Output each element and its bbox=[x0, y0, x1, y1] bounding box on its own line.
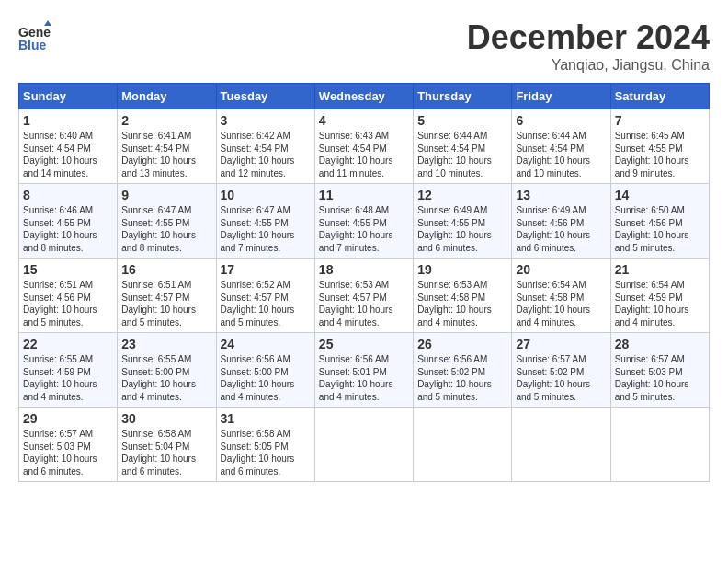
day-info: Sunrise: 6:46 AMSunset: 4:55 PMDaylight:… bbox=[23, 205, 97, 253]
header-friday: Friday bbox=[512, 84, 610, 109]
day-number: 30 bbox=[121, 411, 211, 426]
header-thursday: Thursday bbox=[414, 84, 512, 109]
day-number: 11 bbox=[319, 188, 409, 202]
day-number: 23 bbox=[121, 337, 211, 351]
day-cell-1: 1Sunrise: 6:40 AMSunset: 4:54 PMDaylight… bbox=[19, 109, 118, 184]
day-number: 12 bbox=[417, 188, 507, 202]
day-number: 27 bbox=[516, 337, 606, 351]
day-cell-25: 25Sunrise: 6:56 AMSunset: 5:01 PMDayligh… bbox=[314, 333, 413, 408]
day-number: 18 bbox=[319, 262, 409, 277]
day-cell-17: 17Sunrise: 6:52 AMSunset: 4:57 PMDayligh… bbox=[216, 259, 314, 333]
day-number: 28 bbox=[615, 337, 705, 351]
day-number: 1 bbox=[23, 113, 113, 128]
day-number: 3 bbox=[221, 113, 311, 128]
day-info: Sunrise: 6:51 AMSunset: 4:56 PMDaylight:… bbox=[23, 280, 97, 327]
day-info: Sunrise: 6:54 AMSunset: 4:58 PMDaylight:… bbox=[516, 280, 590, 327]
month-title: December 2024 bbox=[467, 18, 710, 57]
day-cell-9: 9Sunrise: 6:47 AMSunset: 4:55 PMDaylight… bbox=[118, 184, 216, 259]
empty-cell bbox=[512, 408, 610, 482]
day-cell-31: 31Sunrise: 6:58 AMSunset: 5:05 PMDayligh… bbox=[216, 408, 314, 482]
day-info: Sunrise: 6:54 AMSunset: 4:59 PMDaylight:… bbox=[615, 280, 689, 327]
header-sunday: Sunday bbox=[19, 84, 118, 109]
day-info: Sunrise: 6:43 AMSunset: 4:54 PMDaylight:… bbox=[319, 131, 393, 178]
day-info: Sunrise: 6:58 AMSunset: 5:04 PMDaylight:… bbox=[121, 429, 196, 477]
day-cell-21: 21Sunrise: 6:54 AMSunset: 4:59 PMDayligh… bbox=[610, 259, 709, 333]
svg-marker-2 bbox=[44, 20, 51, 26]
header-tuesday: Tuesday bbox=[216, 84, 314, 109]
day-cell-5: 5Sunrise: 6:44 AMSunset: 4:54 PMDaylight… bbox=[414, 109, 512, 184]
logo-icon: General Blue bbox=[18, 18, 51, 52]
day-number: 17 bbox=[221, 262, 311, 277]
day-number: 6 bbox=[516, 113, 606, 128]
day-info: Sunrise: 6:44 AMSunset: 4:54 PMDaylight:… bbox=[417, 131, 492, 178]
day-number: 15 bbox=[23, 262, 113, 277]
empty-cell bbox=[414, 408, 512, 482]
day-number: 25 bbox=[319, 337, 409, 351]
calendar-table: Sunday Monday Tuesday Wednesday Thursday… bbox=[18, 83, 710, 482]
day-info: Sunrise: 6:57 AMSunset: 5:03 PMDaylight:… bbox=[23, 429, 97, 477]
day-number: 5 bbox=[417, 113, 507, 128]
day-info: Sunrise: 6:40 AMSunset: 4:54 PMDaylight:… bbox=[23, 131, 97, 178]
week-row-3: 15Sunrise: 6:51 AMSunset: 4:56 PMDayligh… bbox=[19, 259, 710, 333]
day-info: Sunrise: 6:51 AMSunset: 4:57 PMDaylight:… bbox=[121, 280, 196, 327]
day-cell-19: 19Sunrise: 6:53 AMSunset: 4:58 PMDayligh… bbox=[414, 259, 512, 333]
day-number: 8 bbox=[23, 188, 113, 202]
day-cell-12: 12Sunrise: 6:49 AMSunset: 4:55 PMDayligh… bbox=[414, 184, 512, 259]
day-info: Sunrise: 6:45 AMSunset: 4:55 PMDaylight:… bbox=[615, 131, 689, 178]
day-info: Sunrise: 6:48 AMSunset: 4:55 PMDaylight:… bbox=[319, 205, 393, 253]
day-info: Sunrise: 6:49 AMSunset: 4:55 PMDaylight:… bbox=[417, 205, 492, 253]
day-info: Sunrise: 6:44 AMSunset: 4:54 PMDaylight:… bbox=[516, 131, 590, 178]
day-cell-22: 22Sunrise: 6:55 AMSunset: 4:59 PMDayligh… bbox=[19, 333, 118, 408]
page-header: General Blue December 2024 Yanqiao, Jian… bbox=[18, 18, 710, 74]
day-cell-24: 24Sunrise: 6:56 AMSunset: 5:00 PMDayligh… bbox=[216, 333, 314, 408]
day-info: Sunrise: 6:47 AMSunset: 4:55 PMDaylight:… bbox=[221, 205, 295, 253]
day-cell-26: 26Sunrise: 6:56 AMSunset: 5:02 PMDayligh… bbox=[414, 333, 512, 408]
day-info: Sunrise: 6:53 AMSunset: 4:57 PMDaylight:… bbox=[319, 280, 393, 327]
day-number: 9 bbox=[121, 188, 211, 202]
day-info: Sunrise: 6:41 AMSunset: 4:54 PMDaylight:… bbox=[121, 131, 196, 178]
day-cell-15: 15Sunrise: 6:51 AMSunset: 4:56 PMDayligh… bbox=[19, 259, 118, 333]
day-info: Sunrise: 6:57 AMSunset: 5:02 PMDaylight:… bbox=[516, 354, 590, 402]
day-cell-23: 23Sunrise: 6:55 AMSunset: 5:00 PMDayligh… bbox=[118, 333, 216, 408]
day-cell-7: 7Sunrise: 6:45 AMSunset: 4:55 PMDaylight… bbox=[610, 109, 709, 184]
day-number: 22 bbox=[23, 337, 113, 351]
day-info: Sunrise: 6:52 AMSunset: 4:57 PMDaylight:… bbox=[221, 280, 295, 327]
day-number: 26 bbox=[417, 337, 507, 351]
day-info: Sunrise: 6:49 AMSunset: 4:56 PMDaylight:… bbox=[516, 205, 590, 253]
day-cell-27: 27Sunrise: 6:57 AMSunset: 5:02 PMDayligh… bbox=[512, 333, 610, 408]
logo: General Blue bbox=[18, 18, 51, 52]
header-wednesday: Wednesday bbox=[314, 84, 413, 109]
day-number: 14 bbox=[615, 188, 705, 202]
weekday-header-row: Sunday Monday Tuesday Wednesday Thursday… bbox=[19, 84, 710, 109]
day-info: Sunrise: 6:55 AMSunset: 5:00 PMDaylight:… bbox=[121, 354, 196, 402]
day-info: Sunrise: 6:56 AMSunset: 5:00 PMDaylight:… bbox=[221, 354, 295, 402]
day-cell-8: 8Sunrise: 6:46 AMSunset: 4:55 PMDaylight… bbox=[19, 184, 118, 259]
day-number: 24 bbox=[221, 337, 311, 351]
empty-cell bbox=[610, 408, 709, 482]
empty-cell bbox=[314, 408, 413, 482]
day-number: 19 bbox=[417, 262, 507, 277]
day-info: Sunrise: 6:56 AMSunset: 5:02 PMDaylight:… bbox=[417, 354, 492, 402]
day-number: 4 bbox=[319, 113, 409, 128]
title-block: December 2024 Yanqiao, Jiangsu, China bbox=[467, 18, 710, 74]
day-cell-13: 13Sunrise: 6:49 AMSunset: 4:56 PMDayligh… bbox=[512, 184, 610, 259]
week-row-2: 8Sunrise: 6:46 AMSunset: 4:55 PMDaylight… bbox=[19, 184, 710, 259]
day-number: 20 bbox=[516, 262, 606, 277]
day-number: 10 bbox=[221, 188, 311, 202]
day-cell-29: 29Sunrise: 6:57 AMSunset: 5:03 PMDayligh… bbox=[19, 408, 118, 482]
day-cell-10: 10Sunrise: 6:47 AMSunset: 4:55 PMDayligh… bbox=[216, 184, 314, 259]
day-cell-28: 28Sunrise: 6:57 AMSunset: 5:03 PMDayligh… bbox=[610, 333, 709, 408]
week-row-4: 22Sunrise: 6:55 AMSunset: 4:59 PMDayligh… bbox=[19, 333, 710, 408]
header-monday: Monday bbox=[118, 84, 216, 109]
day-info: Sunrise: 6:58 AMSunset: 5:05 PMDaylight:… bbox=[221, 429, 295, 477]
day-info: Sunrise: 6:50 AMSunset: 4:56 PMDaylight:… bbox=[615, 205, 689, 253]
day-number: 16 bbox=[121, 262, 211, 277]
day-number: 13 bbox=[516, 188, 606, 202]
day-cell-18: 18Sunrise: 6:53 AMSunset: 4:57 PMDayligh… bbox=[314, 259, 413, 333]
day-cell-14: 14Sunrise: 6:50 AMSunset: 4:56 PMDayligh… bbox=[610, 184, 709, 259]
svg-text:Blue: Blue bbox=[18, 38, 47, 52]
day-info: Sunrise: 6:55 AMSunset: 4:59 PMDaylight:… bbox=[23, 354, 97, 402]
day-number: 29 bbox=[23, 411, 113, 426]
day-cell-2: 2Sunrise: 6:41 AMSunset: 4:54 PMDaylight… bbox=[118, 109, 216, 184]
day-info: Sunrise: 6:47 AMSunset: 4:55 PMDaylight:… bbox=[121, 205, 196, 253]
